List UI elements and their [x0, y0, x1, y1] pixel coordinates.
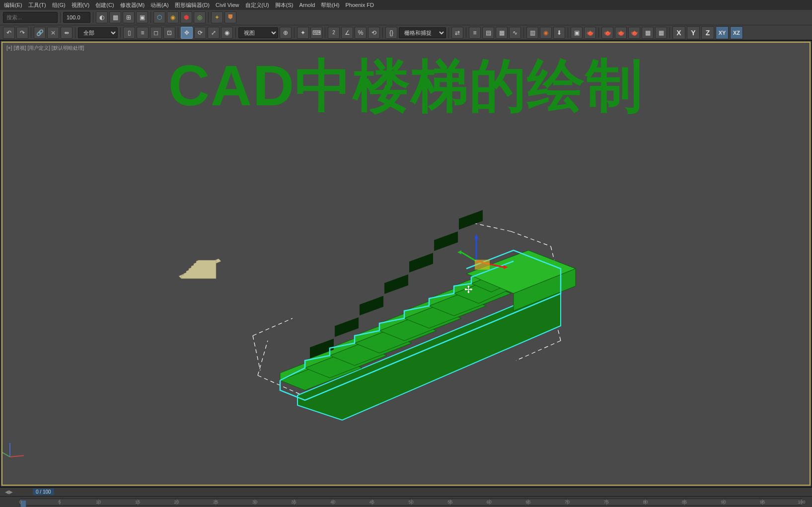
snap-percent-button[interactable]: %	[355, 27, 367, 39]
menu-view[interactable]: 视图(V)	[72, 1, 90, 9]
time-tick-label: 45	[369, 500, 374, 505]
menu-civil-view[interactable]: Civil View	[216, 2, 239, 8]
menu-arnold[interactable]: Arnold	[299, 2, 315, 8]
menu-scripting[interactable]: 脚本(S)	[275, 1, 294, 9]
svg-rect-27	[434, 231, 458, 251]
tool-btn-a1[interactable]: ◐	[96, 11, 108, 23]
scale-button[interactable]: ⤢	[208, 27, 220, 39]
use-center-button[interactable]: ⊕	[280, 27, 292, 39]
tool-btn-a8[interactable]: ◎	[194, 11, 206, 23]
small-stair-object[interactable]	[174, 251, 223, 281]
time-tick-label: 20	[174, 500, 179, 505]
render-frame-button[interactable]: ▣	[571, 27, 583, 39]
menu-group[interactable]: 组(G)	[52, 1, 66, 9]
menu-help[interactable]: 帮助(H)	[321, 1, 339, 9]
perspective-viewport[interactable]: [+] [透视] [用户定义] [默认明暗处理] CAD中楼梯的绘制	[1, 42, 811, 486]
svg-rect-23	[335, 317, 359, 336]
timeline-position-label: 0 / 100	[33, 489, 54, 495]
time-tick-label: 55	[447, 500, 452, 505]
menu-customize[interactable]: 自定义(U)	[245, 1, 269, 9]
menu-create[interactable]: 创建(C)	[95, 1, 114, 9]
menu-modifiers[interactable]: 修改器(M)	[120, 1, 145, 9]
render-production-button[interactable]: 🫖	[584, 27, 596, 39]
time-tick-label: 25	[213, 500, 218, 505]
keyboard-shortcut-button[interactable]: ⌨	[310, 27, 322, 39]
axis-x-button[interactable]: X	[672, 26, 685, 39]
ref-coord-dropdown[interactable]: 视图	[238, 27, 278, 38]
curve-editor-button[interactable]: ∿	[509, 27, 521, 39]
select-by-name-button[interactable]: ≡	[137, 27, 148, 39]
search-input[interactable]	[3, 12, 58, 23]
svg-rect-26	[409, 253, 433, 272]
timeline-bar: ◀▶ 0 / 100	[0, 487, 812, 496]
spinner-input[interactable]	[63, 12, 90, 23]
tool-btn-a9[interactable]: ✦	[211, 11, 223, 23]
tool-btn-a5[interactable]: ⬡	[153, 11, 165, 23]
svg-marker-34	[457, 250, 461, 254]
time-tick-label: 75	[604, 500, 609, 505]
move-button[interactable]: ✥	[181, 27, 193, 39]
time-tick-label: 40	[330, 500, 335, 505]
render-3[interactable]: 🫖	[628, 27, 640, 39]
tool-btn-a6[interactable]: ◉	[167, 11, 179, 23]
selection-filter-dropdown[interactable]: 全部	[78, 27, 118, 38]
time-tick-label: 80	[643, 500, 648, 505]
material-editor-button[interactable]: ◉	[540, 27, 552, 39]
snap-2d-button[interactable]: 2	[328, 27, 340, 39]
toolbar-row-2: ↶ ↷ 🔗 ⤫ ⇴ 全部 ▯ ≡ ◻ ⊡ ✥ ⟳ ⤢ ◉ 视图 ⊕ ✦ ⌨ 2 …	[0, 25, 812, 40]
time-tick-label: 95	[760, 500, 765, 505]
axis-xz-button[interactable]: XZ	[730, 26, 743, 39]
render-5[interactable]: ▦	[655, 27, 667, 39]
undo-button[interactable]: ↶	[3, 27, 15, 39]
render-2[interactable]: 🫖	[615, 27, 627, 39]
timeline-arrow-icon[interactable]: ◀▶	[5, 489, 13, 495]
window-crossing-button[interactable]: ⊡	[163, 27, 175, 39]
viewport-container: [+] [透视] [用户定义] [默认明暗处理] CAD中楼梯的绘制	[0, 40, 812, 487]
select-region-button[interactable]: ◻	[150, 27, 162, 39]
stair-geometry	[280, 210, 576, 420]
redo-button[interactable]: ↷	[16, 27, 28, 39]
axis-z-button[interactable]: Z	[701, 26, 714, 39]
bind-button[interactable]: ⇴	[61, 27, 73, 39]
time-tick-label: 100	[798, 500, 805, 505]
mirror-button[interactable]: ⇄	[451, 27, 463, 39]
viewport-axis-tripod-icon	[10, 437, 30, 457]
spinner-snap-button[interactable]: ⟲	[368, 27, 380, 39]
time-ruler[interactable]: 0510152025303540455055606570758085909510…	[20, 499, 802, 506]
unlink-button[interactable]: ⤫	[47, 27, 59, 39]
menu-graph-editors[interactable]: 图形编辑器(D)	[175, 1, 210, 9]
schematic-view-button[interactable]: ▥	[526, 27, 538, 39]
time-tick-label: 70	[565, 500, 570, 505]
axis-xy-button[interactable]: XY	[716, 26, 729, 39]
render-1[interactable]: 🫖	[601, 27, 613, 39]
toggle-ribbon-button[interactable]: ▦	[496, 27, 508, 39]
tool-btn-a3[interactable]: ⊞	[123, 11, 135, 23]
tool-btn-a2[interactable]: ▦	[109, 11, 121, 23]
menu-edit[interactable]: 编辑(E)	[4, 1, 22, 9]
render-4[interactable]: ▦	[642, 27, 654, 39]
tool-btn-a7[interactable]: ⬢	[180, 11, 192, 23]
layer-explorer-button[interactable]: ▤	[482, 27, 494, 39]
time-tick-label: 85	[682, 500, 687, 505]
time-tick-label: 5	[58, 500, 61, 505]
snap-angle-button[interactable]: ∠	[341, 27, 353, 39]
link-button[interactable]: 🔗	[34, 27, 46, 39]
edit-named-sel-button[interactable]: {}	[385, 27, 397, 39]
menu-tools[interactable]: 工具(T)	[28, 1, 46, 9]
tool-btn-a10[interactable]: ⛊	[224, 11, 236, 23]
menu-animation[interactable]: 动画(A)	[150, 1, 169, 9]
viewport-label[interactable]: [+] [透视] [用户定义] [默认明暗处理]	[6, 45, 84, 52]
rotate-button[interactable]: ⟳	[194, 27, 206, 39]
named-selection-dropdown[interactable]: 栅格和捕捉	[399, 27, 446, 38]
select-object-button[interactable]: ▯	[123, 27, 135, 39]
tool-btn-a4[interactable]: ▣	[136, 11, 148, 23]
axis-y-button[interactable]: Y	[687, 26, 700, 39]
render-setup-button[interactable]: ⬇	[553, 27, 565, 39]
select-manipulate-button[interactable]: ✦	[297, 27, 309, 39]
align-button[interactable]: ≡	[469, 27, 481, 39]
menu-phoenix[interactable]: Phoenix FD	[346, 2, 374, 8]
time-tick-label: 90	[721, 500, 726, 505]
staircase-object[interactable]	[233, 187, 531, 385]
placement-button[interactable]: ◉	[221, 27, 233, 39]
time-slider-track[interactable]: 0510152025303540455055606570758085909510…	[0, 496, 812, 507]
